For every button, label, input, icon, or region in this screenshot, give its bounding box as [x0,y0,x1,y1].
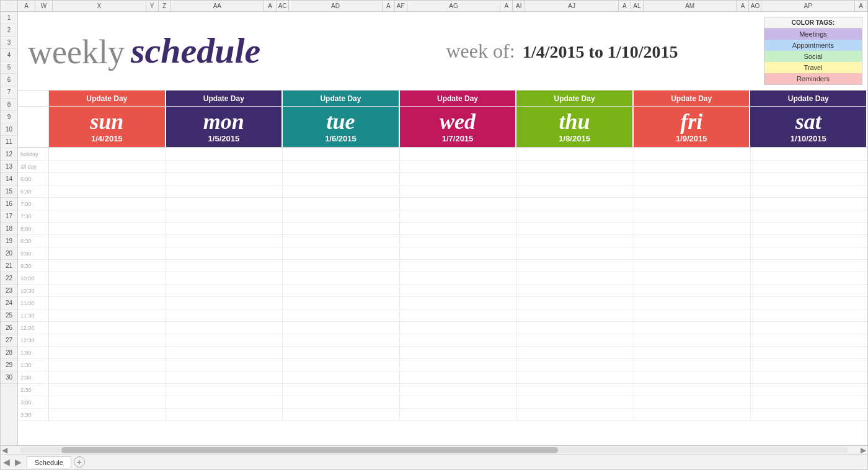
time-cell-wed-1[interactable] [400,161,517,172]
time-cell-thu-9[interactable] [517,260,634,272]
time-cell-mon-9[interactable] [166,260,283,272]
time-cell-fri-11[interactable] [634,285,751,296]
time-cell-wed-19[interactable] [400,384,517,396]
time-cell-sat-19[interactable] [751,384,867,396]
time-cell-sun-11[interactable] [49,285,166,296]
time-cell-wed-2[interactable] [400,173,517,185]
time-cell-sat-4[interactable] [751,198,867,210]
time-cell-fri-3[interactable] [634,185,751,197]
time-cell-sat-9[interactable] [751,260,867,272]
time-cell-tue-2[interactable] [283,173,400,185]
time-cell-sat-21[interactable] [751,409,867,420]
time-cell-tue-4[interactable] [283,198,400,210]
update-day-thu[interactable]: Update Day [516,91,634,106]
time-cell-wed-15[interactable] [400,334,517,346]
nav-right-icon[interactable]: ▶ [15,457,22,467]
scrollbar-track[interactable] [20,447,848,453]
time-cell-wed-9[interactable] [400,260,517,272]
time-cell-wed-6[interactable] [400,223,517,234]
time-cell-sat-6[interactable] [751,223,867,234]
time-cell-thu-12[interactable] [517,297,634,309]
time-cell-fri-5[interactable] [634,210,751,222]
time-cell-thu-0[interactable] [517,148,634,160]
time-cell-sat-3[interactable] [751,185,867,197]
time-cell-sat-12[interactable] [751,297,867,309]
time-cell-wed-5[interactable] [400,210,517,222]
time-cell-wed-3[interactable] [400,185,517,197]
time-cell-fri-20[interactable] [634,396,751,408]
time-cell-sun-8[interactable] [49,247,166,259]
time-cell-fri-19[interactable] [634,384,751,396]
time-cell-tue-1[interactable] [283,161,400,172]
time-cell-sat-2[interactable] [751,173,867,185]
time-cell-sat-10[interactable] [751,272,867,284]
time-cell-wed-8[interactable] [400,247,517,259]
time-cell-mon-11[interactable] [166,285,283,296]
time-cell-thu-18[interactable] [517,371,634,383]
time-cell-mon-17[interactable] [166,359,283,371]
time-cell-wed-17[interactable] [400,359,517,371]
time-cell-mon-1[interactable] [166,161,283,172]
time-cell-sat-11[interactable] [751,285,867,296]
time-cell-sun-5[interactable] [49,210,166,222]
time-cell-wed-11[interactable] [400,285,517,296]
time-cell-thu-7[interactable] [517,235,634,247]
time-cell-thu-15[interactable] [517,334,634,346]
time-cell-tue-5[interactable] [283,210,400,222]
time-cell-tue-19[interactable] [283,384,400,396]
time-cell-sun-15[interactable] [49,334,166,346]
time-cell-thu-13[interactable] [517,309,634,321]
time-cell-sat-0[interactable] [751,148,867,160]
time-cell-thu-19[interactable] [517,384,634,396]
time-cell-thu-1[interactable] [517,161,634,172]
time-cell-tue-11[interactable] [283,285,400,296]
time-cell-mon-6[interactable] [166,223,283,234]
time-cell-sun-6[interactable] [49,223,166,234]
time-cell-sun-12[interactable] [49,297,166,309]
time-cell-mon-15[interactable] [166,334,283,346]
time-cell-sun-20[interactable] [49,396,166,408]
time-cell-tue-17[interactable] [283,359,400,371]
time-cell-sun-0[interactable] [49,148,166,160]
update-day-tue[interactable]: Update Day [283,91,400,106]
time-cell-fri-2[interactable] [634,173,751,185]
time-cell-tue-8[interactable] [283,247,400,259]
time-cell-tue-21[interactable] [283,409,400,420]
time-cell-fri-0[interactable] [634,148,751,160]
time-cell-fri-21[interactable] [634,409,751,420]
time-cell-fri-10[interactable] [634,272,751,284]
time-cell-wed-14[interactable] [400,322,517,334]
time-cell-mon-19[interactable] [166,384,283,396]
time-cell-thu-17[interactable] [517,359,634,371]
time-cell-tue-20[interactable] [283,396,400,408]
time-cell-thu-11[interactable] [517,285,634,296]
time-cell-thu-16[interactable] [517,347,634,358]
horizontal-scrollbar[interactable]: ◀ ▶ [1,445,867,454]
time-cell-wed-18[interactable] [400,371,517,383]
time-cell-mon-7[interactable] [166,235,283,247]
time-cell-mon-10[interactable] [166,272,283,284]
time-cell-sun-13[interactable] [49,309,166,321]
time-cell-thu-10[interactable] [517,272,634,284]
time-cell-fri-17[interactable] [634,359,751,371]
update-day-sat[interactable]: Update Day [750,91,867,106]
time-cell-fri-12[interactable] [634,297,751,309]
time-cell-sun-3[interactable] [49,185,166,197]
time-cell-tue-16[interactable] [283,347,400,358]
time-cell-tue-0[interactable] [283,148,400,160]
time-cell-fri-7[interactable] [634,235,751,247]
time-cell-mon-2[interactable] [166,173,283,185]
time-cell-wed-0[interactable] [400,148,517,160]
time-cell-tue-6[interactable] [283,223,400,234]
time-cell-wed-13[interactable] [400,309,517,321]
time-cell-mon-5[interactable] [166,210,283,222]
time-cell-sat-18[interactable] [751,371,867,383]
time-cell-fri-15[interactable] [634,334,751,346]
time-cell-mon-14[interactable] [166,322,283,334]
time-cell-sun-4[interactable] [49,198,166,210]
time-cell-mon-21[interactable] [166,409,283,420]
time-cell-mon-4[interactable] [166,198,283,210]
time-cell-sat-1[interactable] [751,161,867,172]
time-cell-sun-21[interactable] [49,409,166,420]
time-cell-thu-21[interactable] [517,409,634,420]
